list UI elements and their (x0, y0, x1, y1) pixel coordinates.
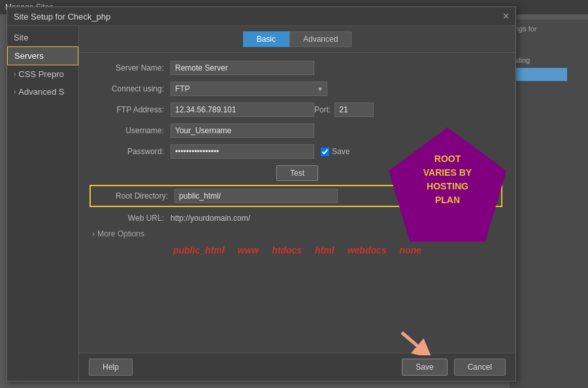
ftp-address-input[interactable] (171, 103, 314, 117)
save-checkbox-text: Save (332, 147, 350, 156)
sidebar: Site Servers › CSS Prepro › Advanced S (7, 26, 79, 381)
cancel-button[interactable]: Cancel (454, 359, 506, 376)
connect-using-select[interactable]: FTP SFTP FTP over SSL/TLS (171, 82, 327, 96)
pentagon-shape: RootVaries byhostingplan (389, 127, 506, 242)
save-checkbox-label[interactable]: Save (321, 147, 350, 156)
root-dir-label: Root Directory: (96, 191, 168, 201)
port-group: Port: (314, 103, 374, 117)
callout-text: RootVaries byhostingplan (414, 133, 482, 236)
ftp-address-label: FTP Address: (92, 105, 164, 114)
web-url-label: Web URL: (92, 214, 164, 223)
username-label: Username: (92, 126, 164, 135)
sidebar-item-site-label: Site (14, 33, 28, 42)
username-input[interactable] (171, 123, 314, 138)
ftp-address-row: FTP Address: Port: (92, 103, 502, 117)
arrow-icon (395, 329, 434, 355)
port-label: Port: (314, 105, 331, 114)
save-group: Save (321, 147, 350, 156)
dir-option-htdocs: htdocs (272, 245, 302, 255)
dialog-title: Site Setup for Check_php (14, 12, 110, 22)
root-dir-input[interactable] (174, 189, 338, 203)
sidebar-item-css[interactable]: › CSS Prepro (7, 65, 78, 83)
sidebar-item-site[interactable]: Site (7, 29, 78, 46)
sidebar-item-css-label: CSS Prepro (18, 69, 63, 79)
more-options-chevron: › (92, 229, 95, 238)
connect-using-row: Connect using: FTP SFTP FTP over SSL/TLS (92, 82, 502, 96)
connect-using-wrapper: FTP SFTP FTP over SSL/TLS (171, 82, 327, 96)
dir-option-www: www (238, 245, 259, 255)
dialog-titlebar: Site Setup for Check_php × (7, 7, 515, 26)
footer-action-buttons: Save Cancel (402, 359, 506, 376)
help-button[interactable]: Help (89, 359, 133, 376)
dir-option-public-html: public_html (173, 245, 225, 255)
save-btn-container: Save (402, 359, 447, 376)
sidebar-item-servers[interactable]: Servers (7, 46, 78, 65)
chevron-icon-css: › (14, 71, 16, 78)
tab-basic[interactable]: Basic (243, 31, 289, 47)
web-url-value: http://yourdomain.com/ (171, 214, 250, 223)
tabs-row: Basic Advanced (79, 26, 515, 53)
callout-container: RootVaries byhostingplan (389, 127, 506, 242)
right-panel-label1: ngs for (515, 25, 583, 33)
dialog-footer: Help Save (79, 353, 515, 381)
password-input[interactable] (171, 144, 314, 159)
sidebar-item-advanced[interactable]: › Advanced S (7, 83, 78, 101)
port-input[interactable] (335, 103, 374, 117)
dir-option-html: html (315, 245, 335, 255)
right-panel-label2: sting (515, 56, 583, 64)
more-options-label: More Options (97, 229, 144, 238)
dir-options-row: public_html www htdocs html webdocs none (92, 245, 502, 255)
save-button[interactable]: Save (402, 359, 447, 376)
right-panel: ngs for sting (510, 20, 588, 388)
server-name-input[interactable] (171, 61, 314, 75)
password-label: Password: (92, 147, 164, 156)
tab-advanced[interactable]: Advanced (289, 31, 351, 47)
server-name-label: Server Name: (92, 63, 164, 73)
sidebar-item-servers-label: Servers (14, 51, 44, 61)
svg-line-1 (402, 332, 425, 352)
sidebar-item-advanced-label: Advanced S (18, 87, 64, 97)
server-name-row: Server Name: (92, 61, 502, 75)
close-button[interactable]: × (503, 11, 509, 22)
save-checkbox[interactable] (321, 148, 329, 156)
connect-using-label: Connect using: (92, 84, 164, 93)
dir-option-webdocs: webdocs (348, 245, 387, 255)
right-panel-bar (515, 68, 567, 81)
dir-option-none: none (400, 245, 421, 255)
chevron-icon-adv: › (14, 88, 16, 95)
test-button[interactable]: Test (276, 165, 318, 181)
